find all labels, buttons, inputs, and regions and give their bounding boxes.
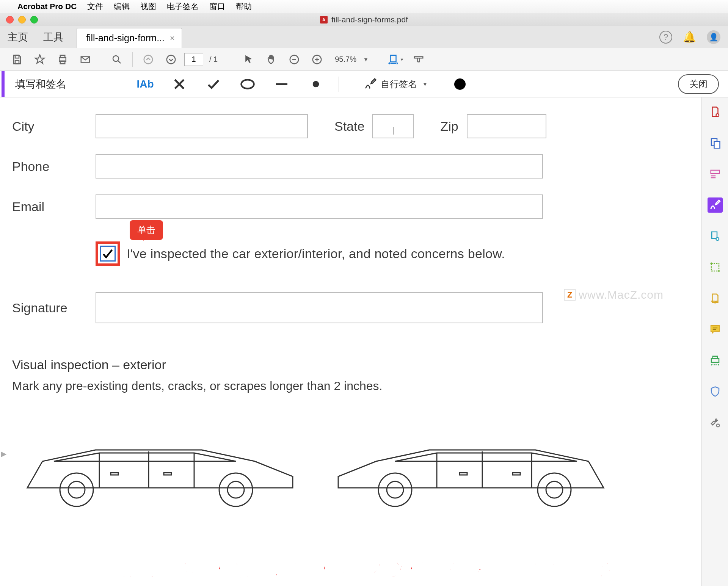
page-up-icon[interactable] <box>139 50 158 69</box>
zoom-level[interactable]: 95.7% <box>335 55 356 64</box>
more-tools-icon[interactable] <box>708 415 723 430</box>
input-email[interactable] <box>96 194 543 219</box>
export-pdf-icon[interactable] <box>708 135 723 150</box>
input-phone[interactable] <box>96 154 543 179</box>
svg-rect-4 <box>60 61 65 64</box>
svg-rect-23 <box>164 473 171 475</box>
car-diagrams <box>12 423 694 507</box>
comment-icon[interactable] <box>708 291 723 306</box>
svg-point-14 <box>313 81 319 87</box>
menu-help[interactable]: 帮助 <box>236 1 252 12</box>
text-tool-icon[interactable]: IAb <box>138 77 153 92</box>
input-zip[interactable] <box>467 114 546 138</box>
stamp-print-icon[interactable] <box>708 353 723 368</box>
row-email: Email <box>12 194 694 219</box>
check-tool-icon[interactable] <box>206 77 221 92</box>
notifications-icon[interactable]: 🔔 <box>683 31 696 43</box>
zoom-out-icon[interactable] <box>285 50 304 69</box>
menu-window[interactable]: 窗口 <box>209 1 225 12</box>
checkmark-icon <box>101 247 114 260</box>
tab-tools[interactable]: 工具 <box>36 26 71 48</box>
help-icon[interactable]: ? <box>659 31 672 44</box>
input-state[interactable] <box>372 114 414 138</box>
close-tool-button[interactable]: 关闭 <box>678 74 719 94</box>
fillsign-title: 填写和签名 <box>5 77 77 91</box>
checkbox-inspected[interactable] <box>100 246 116 262</box>
document-viewport[interactable]: ▶ City State Zip Phone Email 单击 I've i <box>0 97 701 586</box>
create-pdf-icon[interactable] <box>708 104 723 119</box>
edit-pdf-icon[interactable] <box>708 166 723 182</box>
fit-width-icon[interactable]: ▼ <box>386 50 405 69</box>
tab-file[interactable]: fill-and-sign-form... × <box>77 28 182 48</box>
svg-point-30 <box>387 481 403 498</box>
cross-tool-icon[interactable] <box>172 77 187 92</box>
input-city[interactable] <box>96 114 308 138</box>
document-tabbar: 主页 工具 fill-and-sign-form... × ? 🔔 👤 <box>0 26 728 48</box>
zoom-in-icon[interactable] <box>308 50 326 69</box>
traffic-lights <box>0 16 38 24</box>
page-number-input[interactable] <box>184 53 203 66</box>
app-name[interactable]: Acrobat Pro DC <box>17 2 77 11</box>
window-title: A fill-and-sign-forms.pdf <box>320 15 408 24</box>
pdf-icon: A <box>320 16 328 24</box>
sign-self-button[interactable]: 自行签名 ▼ <box>364 78 428 91</box>
menu-file[interactable]: 文件 <box>87 1 103 12</box>
color-picker-black[interactable] <box>454 78 466 90</box>
svg-rect-40 <box>711 359 719 362</box>
svg-rect-37 <box>712 232 717 239</box>
organize-pages-icon[interactable] <box>708 229 723 244</box>
circle-tool-icon[interactable] <box>240 77 255 92</box>
svg-rect-36 <box>711 170 719 174</box>
svg-rect-41 <box>712 356 717 359</box>
label-city: City <box>12 119 96 134</box>
svg-point-19 <box>68 481 85 498</box>
window-title-text: fill-and-sign-forms.pdf <box>331 15 408 24</box>
crop-icon[interactable] <box>708 260 723 275</box>
star-icon[interactable] <box>30 50 49 69</box>
email-icon[interactable] <box>76 50 95 69</box>
row-city: City State Zip <box>12 114 694 138</box>
checkbox-highlight-frame <box>96 241 120 266</box>
sign-dropdown-icon[interactable]: ▼ <box>422 81 428 87</box>
car-side-right <box>323 423 619 507</box>
row-inspected: 单击 I've inspected the car exterior/inter… <box>96 241 694 266</box>
label-email: Email <box>12 199 96 214</box>
page-total: / 1 <box>209 55 218 64</box>
window-minimize-button[interactable] <box>18 16 26 24</box>
menu-edit[interactable]: 编辑 <box>114 1 130 12</box>
fillsign-rail-icon[interactable] <box>708 197 723 213</box>
zoom-dropdown-icon[interactable]: ▼ <box>363 56 369 63</box>
save-icon[interactable] <box>8 50 27 69</box>
read-mode-icon[interactable] <box>409 50 428 69</box>
svg-rect-0 <box>15 55 19 58</box>
left-panel-expand-icon[interactable]: ▶ <box>0 446 7 461</box>
svg-rect-22 <box>111 473 118 475</box>
pan-tool-icon[interactable] <box>262 50 281 69</box>
print-icon[interactable] <box>53 50 72 69</box>
window-maximize-button[interactable] <box>30 16 38 24</box>
mac-menubar: Acrobat Pro DC 文件 编辑 视图 电子签名 窗口 帮助 <box>0 0 728 13</box>
menu-esign[interactable]: 电子签名 <box>167 1 199 12</box>
right-tool-rail <box>701 97 728 586</box>
tooltip-click: 单击 <box>130 220 163 240</box>
svg-point-21 <box>228 481 244 498</box>
note-icon[interactable] <box>708 322 723 337</box>
select-tool-icon[interactable] <box>239 50 258 69</box>
menu-view[interactable]: 视图 <box>140 1 156 12</box>
window-titlebar: A fill-and-sign-forms.pdf <box>0 13 728 26</box>
tab-file-label: fill-and-sign-form... <box>86 33 165 44</box>
account-avatar[interactable]: 👤 <box>707 30 720 44</box>
svg-point-20 <box>219 473 253 506</box>
input-signature[interactable] <box>96 292 543 323</box>
tab-home[interactable]: 主页 <box>0 26 36 48</box>
sign-self-label: 自行签名 <box>381 78 417 90</box>
window-close-button[interactable] <box>6 16 14 24</box>
pdf-page: City State Zip Phone Email 单击 I've inspe… <box>12 97 694 586</box>
search-icon[interactable] <box>107 50 126 69</box>
page-down-icon[interactable] <box>162 50 180 69</box>
dot-tool-icon[interactable] <box>308 77 323 92</box>
svg-rect-31 <box>513 473 520 475</box>
line-tool-icon[interactable] <box>274 77 289 92</box>
tab-close-icon[interactable]: × <box>170 33 175 43</box>
protect-icon[interactable] <box>708 384 723 399</box>
